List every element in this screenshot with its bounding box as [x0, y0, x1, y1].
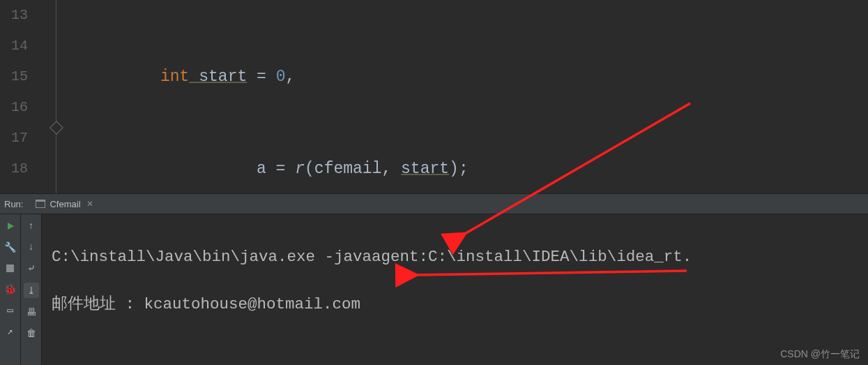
console-line: 邮件地址 : kcautohouse@hotmail.com [52, 292, 868, 316]
layout-icon[interactable]: ▭ [4, 304, 17, 316]
line-number: 15 [0, 61, 28, 92]
line-number: 14 [0, 31, 28, 61]
wrench-icon[interactable]: 🔧 [4, 241, 17, 253]
run-tab[interactable]: Cfemail ✕ [31, 198, 97, 211]
external-icon[interactable]: ↗ [4, 325, 17, 337]
console-output[interactable]: C:\install\Java\bin\java.exe -javaagent:… [42, 214, 868, 365]
line-number-gutter: 13 14 15 16 17 18 [0, 0, 39, 193]
run-config-icon [36, 200, 45, 208]
line-number: 17 [0, 123, 28, 154]
code-line: a = r(cfemail, start); [78, 154, 868, 184]
run-tab-title: Cfemail [50, 199, 80, 209]
print-icon[interactable]: 🖶 [25, 306, 38, 319]
wrap-icon[interactable]: ⤶ [25, 262, 38, 274]
run-tool-window: 🔧 🐞 ▭ ↗ ↑ ↓ ⤶ ⤓ 🖶 🗑 C:\install\Java\bin\… [0, 214, 868, 365]
fold-toggle-icon[interactable] [50, 121, 63, 135]
stop-icon[interactable] [4, 262, 17, 274]
fold-guide-line [56, 0, 56, 193]
play-icon[interactable] [4, 220, 17, 232]
run-toolbar-left: 🔧 🐞 ▭ ↗ [0, 214, 21, 365]
arrow-up-icon[interactable]: ↑ [25, 220, 38, 232]
bug-icon[interactable]: 🐞 [4, 283, 17, 295]
line-number: 18 [0, 154, 28, 184]
arrow-down-icon[interactable]: ↓ [25, 241, 38, 253]
console-line: C:\install\Java\bin\java.exe -javaagent:… [52, 245, 868, 269]
scroll-end-icon[interactable]: ⤓ [24, 283, 39, 298]
line-number: 16 [0, 92, 28, 123]
trash-icon[interactable]: 🗑 [25, 327, 38, 340]
svg-rect-0 [6, 265, 14, 272]
close-icon[interactable]: ✕ [86, 199, 93, 209]
line-number: 13 [0, 0, 28, 31]
fold-column [39, 0, 73, 193]
run-toolbar-right: ↑ ↓ ⤶ ⤓ 🖶 🗑 [21, 214, 42, 365]
run-label: Run: [4, 199, 23, 209]
code-line: int start = 0, [78, 61, 868, 92]
watermark-text: CSDN @竹一笔记 [780, 348, 860, 361]
code-area[interactable]: int start = 0, a = r(cfemail, start); st… [73, 0, 868, 193]
run-tool-window-header: Run: Cfemail ✕ [0, 193, 868, 214]
code-editor[interactable]: 13 14 15 16 17 18 int start = 0, a = r(c… [0, 0, 868, 193]
